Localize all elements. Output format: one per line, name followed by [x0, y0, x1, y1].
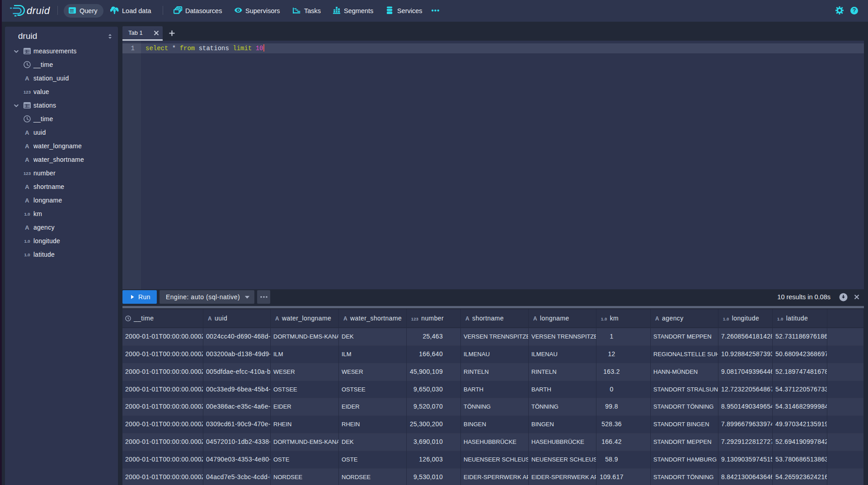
svg-text:?: ? — [853, 7, 856, 14]
